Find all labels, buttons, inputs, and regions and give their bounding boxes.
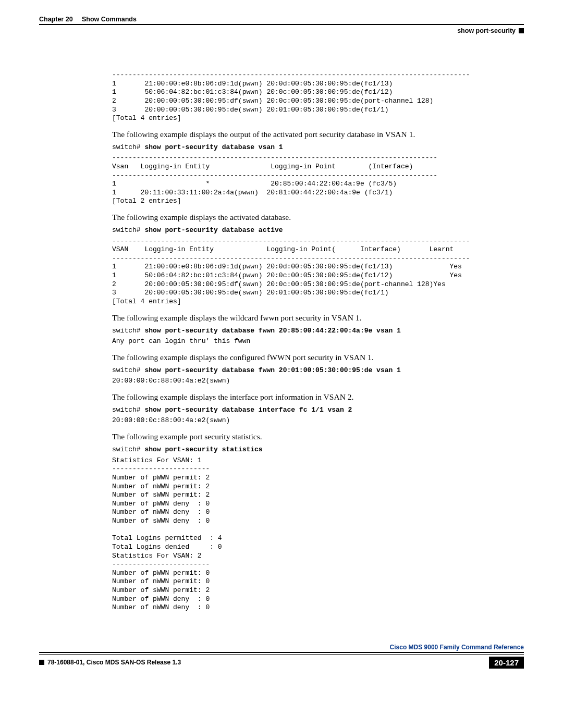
- command-line-2: switch# show port-security database acti…: [112, 226, 524, 235]
- output-block-1: ----------------------------------------…: [112, 154, 524, 206]
- paragraph-5: The following example displays the inter…: [112, 392, 524, 403]
- paragraph-3: The following example displays the wildc…: [112, 313, 524, 324]
- paragraph-1: The following example displays the outpu…: [112, 129, 524, 140]
- prompt: switch#: [112, 327, 144, 335]
- command-line-5: switch# show port-security database inte…: [112, 406, 524, 415]
- prompt: switch#: [112, 446, 144, 453]
- command-bold: show port-security database vsan 1: [144, 143, 283, 151]
- output-block-0: ----------------------------------------…: [112, 71, 524, 123]
- command-bold: show port-security database interface fc…: [144, 406, 352, 414]
- chapter-title: Show Commands: [82, 16, 137, 23]
- command-bold: show port-security database fwwn 20:85:0…: [144, 327, 400, 335]
- prompt: switch#: [112, 366, 144, 374]
- command-line-4: switch# show port-security database fwwn…: [112, 366, 524, 375]
- output-block-3: Any port can login thru' this fwwn: [112, 337, 524, 346]
- footer-rule: [39, 652, 524, 655]
- output-block-4: 20:00:00:0c:88:00:4a:e2(swwn): [112, 377, 524, 386]
- footer-booktitle: Cisco MDS 9000 Family Command Reference: [39, 644, 524, 651]
- command-bold: show port-security database active: [144, 226, 283, 234]
- command-bold: show port-security statistics: [144, 446, 262, 453]
- paragraph-2: The following example displays the activ…: [112, 212, 524, 223]
- paragraph-4: The following example displays the confi…: [112, 352, 524, 363]
- output-block-6: Statistics For VSAN: 1 -----------------…: [112, 456, 524, 612]
- command-line-1: switch# show port-security database vsan…: [112, 143, 524, 152]
- command-line-3: switch# show port-security database fwwn…: [112, 327, 524, 336]
- prompt: switch#: [112, 406, 144, 414]
- footer-docid: 78-16088-01, Cisco MDS SAN-OS Release 1.…: [39, 659, 181, 666]
- prompt: switch#: [112, 143, 144, 151]
- prompt: switch#: [112, 226, 144, 234]
- header-rule: [39, 24, 524, 25]
- output-block-2: ----------------------------------------…: [112, 237, 524, 306]
- output-block-5: 20:00:00:0c:88:00:4a:e2(swwn): [112, 416, 524, 425]
- command-line-6: switch# show port-security statistics: [112, 446, 524, 454]
- page-number: 20-127: [489, 657, 524, 669]
- paragraph-6: The following example port security stat…: [112, 431, 524, 442]
- command-bold: show port-security database fwwn 20:01:0…: [144, 366, 400, 374]
- section-title: show port-security: [39, 27, 524, 34]
- chapter-number: Chapter 20: [39, 16, 73, 23]
